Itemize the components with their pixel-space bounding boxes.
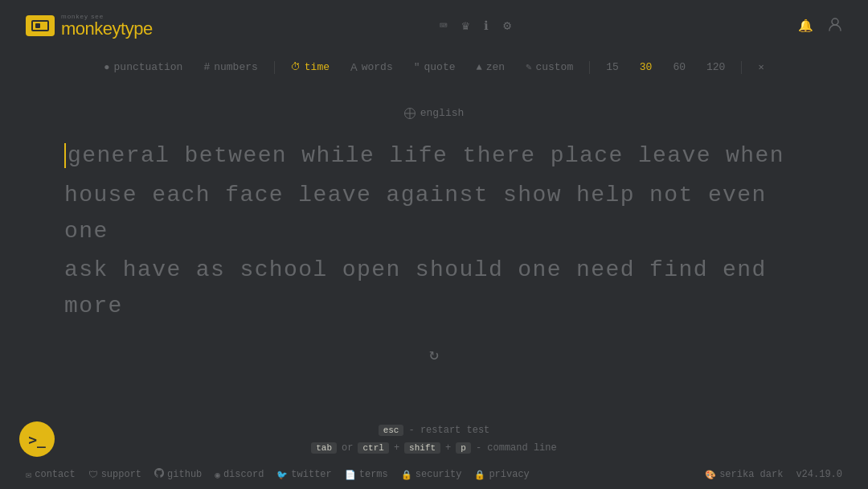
nav-zen[interactable]: ▲ zen: [469, 58, 514, 76]
nav-words[interactable]: A words: [342, 58, 401, 76]
globe-icon: [404, 108, 416, 119]
doc-icon: 📄: [345, 470, 356, 480]
plus1-text: +: [394, 442, 399, 454]
privacy-link[interactable]: 🔒 privacy: [474, 469, 529, 480]
keyboard-icon[interactable]: ⌨: [440, 18, 448, 34]
twitter-icon: 🐦: [276, 470, 288, 480]
navbar: ● punctuation # numbers ⏱ time A words "…: [0, 51, 868, 83]
nav-divider-2: [589, 61, 590, 74]
shortcuts: esc - restart test tab or ctrl + shift +…: [0, 425, 868, 454]
main-content: english general between while life there…: [0, 83, 868, 364]
crown-icon[interactable]: ♛: [461, 18, 469, 34]
contact-label: contact: [35, 469, 75, 480]
cmdline-shortcut: tab or ctrl + shift + p - command line: [311, 442, 556, 454]
restart-shortcut: esc - restart test: [379, 425, 490, 436]
mountain-icon: ▲: [477, 62, 482, 73]
version-label: v24.19.0: [796, 469, 842, 480]
nav-custom[interactable]: ✎ custom: [518, 58, 581, 76]
support-label: support: [101, 469, 141, 480]
ctrl-key: ctrl: [358, 442, 388, 454]
plus2-text: +: [445, 442, 451, 454]
logo-text: monkey see monkeytype: [61, 14, 153, 38]
header-icons: ⌨ ♛ ℹ ⚙: [440, 18, 511, 34]
discord-link[interactable]: ◉ discord: [215, 469, 264, 480]
github-icon: [154, 468, 164, 481]
nav-words-label: words: [362, 61, 393, 73]
gear-icon[interactable]: ⚙: [503, 18, 511, 34]
security-label: security: [416, 469, 462, 480]
typing-cursor: [64, 143, 66, 168]
lock2-icon: 🔒: [474, 470, 485, 480]
nav-quote-label: quote: [424, 61, 456, 73]
support-link[interactable]: 🛡 support: [88, 469, 141, 481]
theme-selector[interactable]: 🎨 serika dark: [705, 469, 783, 480]
footer: ✉ contact 🛡 support github ◉ discord 🐦 t…: [0, 460, 868, 489]
discord-icon: ◉: [215, 470, 220, 480]
typing-line-3: ask have as school open should one need …: [64, 253, 804, 325]
security-link[interactable]: 🔒 security: [401, 469, 462, 480]
twitter-link[interactable]: 🐦 twitter: [276, 469, 331, 480]
terminal-button[interactable]: >_: [19, 421, 55, 457]
nav-numbers-label: numbers: [214, 61, 258, 73]
footer-right: 🎨 serika dark v24.19.0: [705, 469, 842, 480]
discord-label: discord: [223, 469, 264, 480]
restart-description: - restart test: [408, 425, 489, 436]
typing-line-1: general between while life there place l…: [64, 138, 804, 175]
nav-punctuation[interactable]: ● punctuation: [96, 58, 190, 76]
tab-key: tab: [311, 442, 337, 454]
info-icon[interactable]: ℹ: [484, 18, 489, 33]
or-text: or: [342, 442, 353, 454]
esc-key: esc: [379, 425, 404, 436]
terms-label: terms: [359, 469, 388, 480]
github-label: github: [167, 469, 202, 480]
hash-icon: #: [203, 61, 210, 73]
contact-link[interactable]: ✉ contact: [26, 469, 76, 481]
envelope-icon: ✉: [26, 469, 31, 481]
clock-icon: ⏱: [291, 61, 301, 73]
nav-divider-3: [741, 61, 742, 74]
nav-divider-1: [274, 61, 275, 74]
lang-selector[interactable]: english: [404, 107, 465, 119]
github-link[interactable]: github: [154, 468, 202, 481]
nav-time-30[interactable]: 30: [632, 58, 661, 76]
nav-time[interactable]: ⏱ time: [283, 58, 338, 76]
typing-line-2: house each face leave against show help …: [64, 178, 804, 250]
nav-extra-icon[interactable]: ✕: [750, 58, 772, 76]
nav-numbers[interactable]: # numbers: [195, 58, 265, 76]
quote-icon: ": [414, 61, 420, 73]
theme-name: serika dark: [719, 469, 783, 480]
header: monkey see monkeytype ⌨ ♛ ℹ ⚙ 🔔: [0, 0, 868, 51]
nav-time-15[interactable]: 15: [598, 58, 627, 76]
terms-link[interactable]: 📄 terms: [345, 469, 388, 480]
words-a-icon: A: [350, 61, 358, 73]
nav-time-120[interactable]: 120: [698, 58, 733, 76]
user-icon[interactable]: [828, 17, 842, 35]
logo-area: monkey see monkeytype: [26, 14, 153, 38]
nav-time-60[interactable]: 60: [665, 58, 694, 76]
palette-icon: 🎨: [705, 470, 716, 480]
logo-icon[interactable]: [26, 15, 55, 36]
reload-area: ↻: [429, 344, 439, 364]
nav-time-label: time: [305, 61, 330, 73]
twitter-label: twitter: [291, 469, 331, 480]
shield-icon: 🛡: [88, 469, 98, 481]
punctuation-dot-icon: ●: [104, 62, 109, 73]
typing-area: general between while life there place l…: [64, 138, 804, 328]
header-right: 🔔: [798, 17, 842, 35]
nav-custom-label: custom: [535, 61, 573, 73]
footer-links: ✉ contact 🛡 support github ◉ discord 🐦 t…: [26, 468, 530, 481]
shift-key: shift: [404, 442, 440, 454]
nav-zen-label: zen: [486, 61, 505, 73]
p-key: p: [456, 442, 471, 454]
nav-quote[interactable]: " quote: [406, 58, 464, 76]
reload-icon[interactable]: ↻: [429, 344, 439, 364]
language-label: english: [420, 107, 465, 119]
cmdline-description: - command line: [476, 442, 557, 454]
privacy-label: privacy: [489, 469, 529, 480]
bell-icon[interactable]: 🔔: [798, 18, 813, 34]
nav-punctuation-label: punctuation: [114, 61, 183, 73]
pencil-icon: ✎: [526, 61, 531, 73]
lock-icon: 🔒: [401, 470, 412, 480]
logo-main: monkeytype: [61, 20, 153, 38]
typing-text[interactable]: general between while life there place l…: [64, 138, 804, 325]
